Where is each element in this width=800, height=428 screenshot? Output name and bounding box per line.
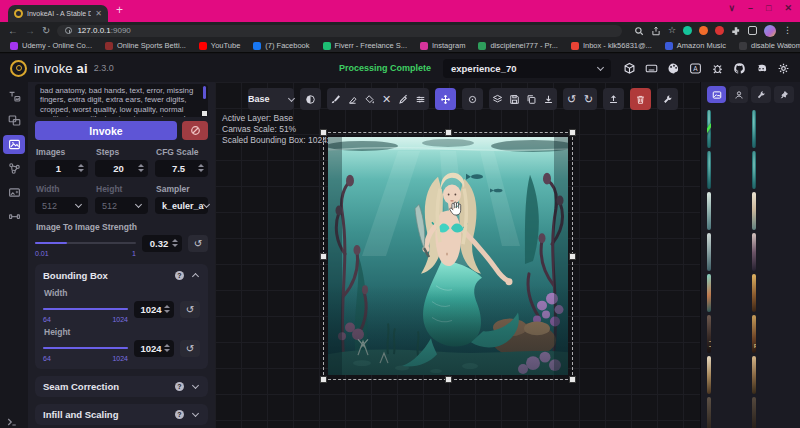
- tab-text-to-image[interactable]: [3, 87, 25, 106]
- gallery-thumbnail[interactable]: [752, 356, 756, 394]
- bbox-width-slider[interactable]: [43, 302, 128, 315]
- reset-view-button[interactable]: [462, 88, 483, 110]
- merge-visible-button[interactable]: [489, 88, 506, 110]
- discord-icon[interactable]: [755, 62, 768, 75]
- upload-image-button[interactable]: [603, 88, 624, 110]
- gallery-thumbnail[interactable]: ✓: [707, 110, 711, 148]
- window-control-button[interactable]: ∨: [728, 3, 735, 13]
- gallery-thumbnail[interactable]: [707, 274, 711, 312]
- gallery-pin-button[interactable]: [774, 86, 794, 103]
- steps-stepper[interactable]: [138, 164, 144, 173]
- tab-close-icon[interactable]: ✕: [95, 10, 102, 18]
- canvas-settings-button[interactable]: [657, 88, 678, 110]
- prompt-resize-handle[interactable]: [202, 111, 207, 116]
- zoom-icon[interactable]: [634, 26, 644, 36]
- height-select[interactable]: 512: [95, 197, 148, 214]
- hotkeys-keyboard-icon[interactable]: [645, 62, 658, 75]
- download-image-button[interactable]: [540, 88, 557, 110]
- gallery-thumbnail[interactable]: [752, 151, 756, 189]
- settings-gear-icon[interactable]: [777, 62, 790, 75]
- info-icon[interactable]: ?: [175, 382, 184, 391]
- bookmark-item[interactable]: Amazon Music: [665, 41, 726, 50]
- bookmark-star-icon[interactable]: ☆: [668, 26, 676, 35]
- gallery-thumbnail[interactable]: [707, 151, 711, 189]
- invoke-button[interactable]: Invoke: [35, 121, 177, 140]
- language-icon[interactable]: A: [689, 62, 702, 75]
- gallery-thumbnail[interactable]: [752, 233, 756, 271]
- reload-icon[interactable]: ↻: [42, 26, 50, 36]
- new-tab-button[interactable]: +: [116, 3, 123, 17]
- bbox-width-reset-button[interactable]: ↺: [180, 301, 200, 318]
- infill-scaling-accordion[interactable]: Infill and Scaling ?: [35, 404, 208, 425]
- url-bar[interactable]: 127.0.0.1:9090: [57, 25, 622, 37]
- bbox-handle-s[interactable]: [445, 376, 452, 383]
- model-select[interactable]: experience_70: [443, 59, 611, 78]
- strength-reset-button[interactable]: ↺: [188, 235, 208, 252]
- steps-input[interactable]: 20: [95, 160, 148, 177]
- gallery-tab-generations[interactable]: [707, 86, 726, 103]
- bbox-width-stepper[interactable]: [164, 305, 170, 314]
- clear-tool-button[interactable]: ✕: [378, 88, 395, 110]
- extensions-puzzle-icon[interactable]: [731, 26, 741, 36]
- bookmark-item[interactable]: Fiverr - Freelance S...: [323, 41, 408, 50]
- clear-canvas-button[interactable]: [630, 88, 651, 110]
- gallery-thumbnail[interactable]: PERFECHT: [752, 315, 756, 353]
- browser-tab[interactable]: InvokeAI - A Stable Diffusion To ✕: [8, 5, 108, 22]
- site-info-icon[interactable]: [65, 27, 72, 34]
- forward-icon[interactable]: →: [25, 26, 35, 36]
- window-control-button[interactable]: □: [766, 3, 771, 13]
- profile-avatar[interactable]: [764, 25, 776, 37]
- tab-unified-canvas[interactable]: [3, 135, 25, 154]
- gallery-thumbnail[interactable]: [752, 110, 756, 148]
- back-icon[interactable]: ←: [8, 26, 18, 36]
- tab-nodes[interactable]: [3, 159, 25, 178]
- gallery-thumbnail[interactable]: [752, 274, 756, 312]
- bug-report-icon[interactable]: [711, 62, 724, 75]
- bbox-width-input[interactable]: 1024: [134, 301, 174, 318]
- bounding-box-header[interactable]: Bounding Box ?: [43, 269, 200, 282]
- bbox-handle-ne[interactable]: [569, 129, 576, 136]
- gallery-thumbnail[interactable]: — —: [707, 315, 711, 353]
- bookmark-item[interactable]: disciplenei777 - Pr...: [478, 41, 558, 50]
- bbox-handle-n[interactable]: [445, 129, 452, 136]
- gallery-thumbnail[interactable]: [752, 192, 756, 230]
- extension-icon-red[interactable]: [715, 26, 724, 35]
- eraser-tool-button[interactable]: [344, 88, 361, 110]
- cfg-stepper[interactable]: [198, 164, 204, 173]
- mask-toggle-button[interactable]: [300, 88, 321, 110]
- save-to-gallery-button[interactable]: [506, 88, 523, 110]
- images-input[interactable]: 1: [35, 160, 88, 177]
- gallery-thumbnail[interactable]: [707, 233, 711, 271]
- cfg-scale-input[interactable]: 7.5: [155, 160, 208, 177]
- color-picker-tool-button[interactable]: [395, 88, 412, 110]
- theme-palette-icon[interactable]: [667, 62, 680, 75]
- info-icon[interactable]: ?: [175, 410, 184, 419]
- move-tool-button[interactable]: [435, 88, 456, 110]
- fill-tool-button[interactable]: [361, 88, 378, 110]
- console-toggle-icon[interactable]: [4, 416, 20, 428]
- brush-tool-button[interactable]: [327, 88, 344, 110]
- bbox-height-slider[interactable]: [43, 341, 128, 354]
- bbox-handle-sw[interactable]: [320, 376, 327, 383]
- extension-icon-orange[interactable]: [699, 26, 708, 35]
- strength-slider[interactable]: [35, 236, 136, 249]
- negative-prompt-input[interactable]: bad anatomy, bad hands, text, error, mis…: [35, 84, 208, 117]
- tab-training[interactable]: [3, 207, 25, 226]
- gallery-thumbnail[interactable]: [752, 397, 756, 428]
- browser-menu-icon[interactable]: ⋮: [783, 26, 792, 35]
- strength-stepper[interactable]: [172, 239, 178, 248]
- layer-select[interactable]: Base: [248, 88, 294, 110]
- cancel-button[interactable]: [182, 121, 208, 140]
- copy-to-clipboard-button[interactable]: [523, 88, 540, 110]
- bounding-box[interactable]: [323, 132, 573, 380]
- model-manager-icon[interactable]: [623, 62, 636, 75]
- sampler-select[interactable]: k_euler_a: [155, 197, 208, 214]
- info-icon[interactable]: ?: [175, 271, 184, 280]
- bbox-handle-e[interactable]: [569, 253, 576, 260]
- window-control-button[interactable]: ✕: [784, 3, 792, 13]
- bbox-height-stepper[interactable]: [164, 344, 170, 353]
- brush-options-button[interactable]: [412, 88, 429, 110]
- seam-correction-accordion[interactable]: Seam Correction ?: [35, 376, 208, 397]
- gallery-tab-uploads[interactable]: [729, 86, 748, 103]
- strength-input[interactable]: 0.32: [142, 235, 182, 252]
